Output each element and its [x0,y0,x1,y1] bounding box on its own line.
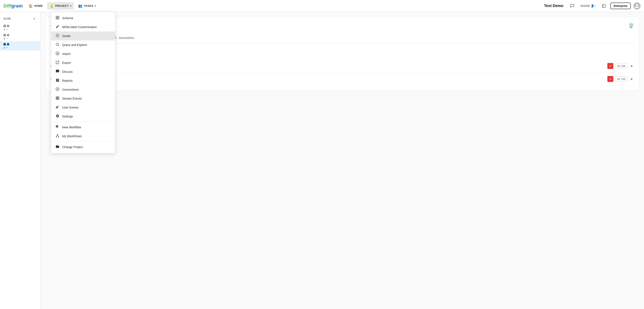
export-label: Export [62,61,71,64]
content-card: ext classification ✏️ 🗑️ 🏷 Labels Attrib… [46,17,639,91]
new-workflow-label: New Workflow [62,126,81,129]
change-project-icon [55,145,60,149]
delete-mood-button[interactable] [607,63,613,69]
svg-rect-5 [58,18,59,19]
nav-home[interactable]: 🏠 HOME [26,2,45,9]
white-label-icon [55,25,60,29]
svg-line-20 [56,135,58,137]
tasks-label: TASKS [84,4,93,7]
dropdown-item-studio[interactable]: Studio [51,31,115,40]
navbar: Diffgram 🏠 HOME 💡 PROJECT ▾ 👥 TASKS ▾ Te… [0,0,644,12]
dropdown-item-user-events[interactable]: User Events [51,103,115,112]
svg-rect-3 [56,16,57,17]
stream-events-label: Stream Events [62,97,82,100]
sidebar-item-2[interactable]: ▲ + [0,32,40,41]
nav-tasks[interactable]: 👥 TASKS ▾ [76,2,98,9]
studio-icon [55,34,60,38]
dropdown-divider-1 [51,122,115,122]
query-label: Query and Explore [62,43,87,47]
bookmark-icon[interactable] [600,2,608,10]
dropdown-item-import[interactable]: Import [51,49,115,58]
svg-rect-15 [56,127,57,127]
nav-right: SHARE 👤+ Enterprise [568,2,640,10]
enterprise-button[interactable]: Enterprise [610,2,631,9]
svg-rect-4 [58,16,59,17]
svg-point-18 [56,137,57,137]
svg-line-21 [58,135,58,137]
svg-point-19 [58,137,59,137]
project-dropdown-menu: Schema White-label Customization Studio … [51,12,115,153]
sidebar-header: Sche + [0,14,40,23]
attribute-name-language: Language [51,77,607,81]
export-icon [55,60,60,65]
tasks-chevron-icon: ▾ [94,4,96,7]
connections-icon [55,87,60,92]
project-title: Text Demo [544,3,564,8]
sidebar-header-label: Sche [4,17,11,20]
svg-rect-12 [56,97,59,100]
sidebar-add-button[interactable]: + [32,16,37,21]
project-icon: 💡 [50,4,54,8]
dropdown-item-my-workflows[interactable]: My WorkFlows [51,132,115,141]
dropdown-item-change-project[interactable]: Change Project [51,143,115,152]
dropdown-item-settings[interactable]: Settings [51,112,115,121]
share-button[interactable]: SHARE 👤+ [578,3,597,8]
content-area: ext classification ✏️ 🗑️ 🏷 Labels Attrib… [40,12,644,309]
attribute-id-mood: ID 136 [615,63,628,69]
white-label-label: White-label Customization [62,25,97,29]
logo-diff: Diff [4,3,11,8]
attribute-actions-language: ID 135 ▾ [607,76,634,82]
dropdown-item-stream-events[interactable]: Stream Events [51,94,115,103]
svg-rect-1 [602,4,606,7]
svg-rect-6 [56,18,57,19]
tabs: 🏷 Labels Attributes Geometries [51,33,634,43]
settings-label: Settings [62,115,73,118]
sidebar-item-1[interactable]: ▲ + [0,23,40,32]
delete-icon[interactable]: 🗑️ [628,23,634,28]
expand-mood-button[interactable]: ▾ [630,63,634,69]
dropdown-item-reports[interactable]: Reports [51,76,115,85]
sidebar-item-3[interactable]: ▲ + [0,41,40,50]
user-events-label: User Events [62,106,78,109]
my-workflows-label: My WorkFlows [62,134,82,138]
project-chevron-icon: ▾ [70,4,71,7]
svg-rect-13 [56,125,57,126]
stream-events-icon [55,96,60,101]
dropdown-item-connections[interactable]: Connections [51,85,115,94]
dropdown-item-discuss[interactable]: Discuss [51,67,115,76]
dropdown-item-new-workflow[interactable]: New Workflow [51,123,115,132]
studio-label: Studio [62,34,71,38]
attribute-row-language: Language ID 135 ▾ [51,73,634,85]
share-label: SHARE [580,4,590,7]
discuss-label: Discuss [62,70,72,73]
logo: Diffgram [4,3,22,9]
expand-language-button[interactable]: ▾ [630,76,634,82]
reports-label: Reports [62,79,72,82]
avatar[interactable] [633,2,640,9]
schema-label: Schema [62,16,73,20]
notifications-icon[interactable] [568,2,576,10]
delete-language-button[interactable] [607,76,613,82]
attribute-name-mood: Mood [51,64,607,68]
tasks-icon: 👥 [78,4,82,8]
user-events-icon [55,105,60,110]
dropdown-item-white-label[interactable]: White-label Customization [51,22,115,31]
attribute-actions-mood: ID 136 ▾ [607,63,634,69]
dropdown-item-schema[interactable]: Schema [51,14,115,22]
svg-rect-16 [57,127,58,127]
attribute-id-language: ID 135 [615,76,628,82]
query-icon [55,42,60,47]
new-workflow-icon [55,125,60,130]
svg-line-8 [58,45,59,46]
my-workflows-icon [55,134,60,139]
attribute-actions: + ? [51,48,634,55]
attribute-row-mood: Mood ID 136 ▾ [51,60,634,73]
dropdown-item-export[interactable]: Export [51,58,115,67]
svg-rect-14 [57,125,58,126]
nav-project[interactable]: 💡 PROJECT ▾ [47,2,74,9]
home-icon: 🏠 [28,4,33,8]
project-label: PROJECT [55,4,69,7]
geometries-tab-label: Geometries [118,36,134,39]
home-label: HOME [34,4,43,7]
dropdown-item-query[interactable]: Query and Explore [51,40,115,49]
